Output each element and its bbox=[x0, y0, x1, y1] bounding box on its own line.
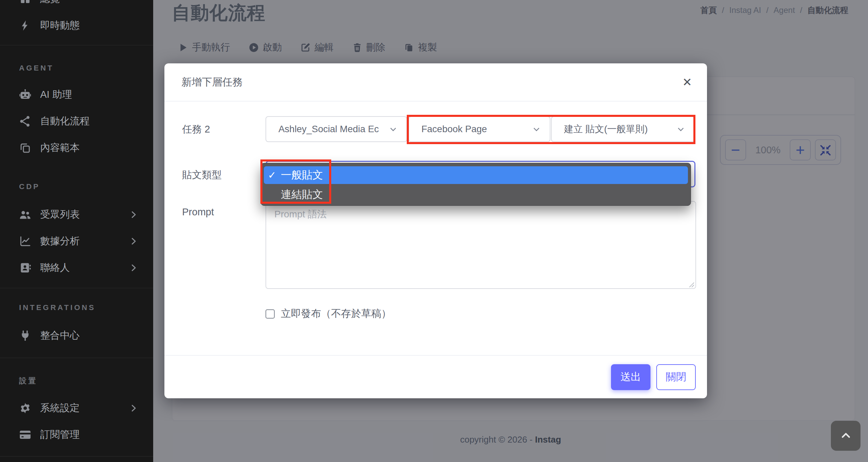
chart-line-icon bbox=[19, 235, 31, 247]
sidebar-item-ai-assistant[interactable]: AI 助理 bbox=[0, 81, 153, 108]
assistant-select[interactable]: Ashley_Social Media Ec bbox=[266, 116, 407, 142]
modal-header: 新增下層任務 ✕ bbox=[164, 63, 707, 102]
post-type-dropdown-menu: ✓ 一般貼文 連結貼文 bbox=[261, 163, 691, 206]
check-icon: ✓ bbox=[268, 169, 281, 181]
option-label: 連結貼文 bbox=[281, 187, 323, 202]
chevron-up-icon bbox=[840, 430, 852, 442]
close-button[interactable]: 關閉 bbox=[656, 364, 696, 390]
sidebar-item-system-settings[interactable]: 系統設定 bbox=[0, 395, 153, 421]
option-label: 一般貼文 bbox=[281, 168, 323, 182]
publish-checkbox[interactable] bbox=[266, 309, 275, 319]
sidebar-item-analytics[interactable]: 數據分析 bbox=[0, 228, 153, 255]
sidebar-item-label: AI 助理 bbox=[40, 88, 72, 102]
gear-icon bbox=[19, 402, 31, 414]
sidebar-item-automation[interactable]: 自動化流程 bbox=[0, 108, 153, 135]
add-subtask-modal: 新增下層任務 ✕ 任務 2 Ashley_Social Media Ec Fac… bbox=[164, 63, 707, 398]
dropdown-option-general-post[interactable]: ✓ 一般貼文 bbox=[264, 166, 688, 184]
sidebar-section-cdp: CDP bbox=[0, 161, 153, 192]
modal-body: 任務 2 Ashley_Social Media Ec Facebook Pag… bbox=[164, 102, 707, 321]
action-select-value: 建立 貼文(一般單則) bbox=[564, 123, 648, 135]
close-icon[interactable]: ✕ bbox=[682, 76, 692, 88]
address-book-icon bbox=[19, 262, 31, 274]
modal-title: 新增下層任務 bbox=[181, 75, 243, 89]
sidebar-item-label: 自動化流程 bbox=[40, 114, 90, 128]
share-nodes-icon bbox=[19, 115, 31, 127]
sidebar-item-label: 訂閱管理 bbox=[40, 428, 80, 442]
chevron-down-icon bbox=[531, 124, 542, 134]
sidebar-section-agent: AGENT bbox=[0, 51, 153, 74]
sidebar-item-label: 內容範本 bbox=[40, 141, 80, 155]
plug-icon bbox=[19, 329, 31, 342]
scroll-to-top-button[interactable] bbox=[831, 421, 861, 451]
submit-button[interactable]: 送出 bbox=[611, 364, 650, 390]
sidebar-divider bbox=[0, 358, 153, 358]
sidebar-item-content-templates[interactable]: 內容範本 bbox=[0, 135, 153, 161]
dropdown-option-link-post[interactable]: 連結貼文 bbox=[264, 186, 688, 203]
columns-icon bbox=[19, 0, 31, 5]
chevron-right-icon bbox=[129, 263, 138, 273]
sidebar-item-label: 受眾列表 bbox=[40, 208, 80, 221]
publish-checkbox-label: 立即發布（不存於草稿） bbox=[281, 307, 391, 321]
task-row: 任務 2 Ashley_Social Media Ec Facebook Pag… bbox=[182, 116, 695, 142]
sidebar-divider bbox=[0, 288, 153, 288]
sidebar-section-settings: 設置 bbox=[0, 364, 153, 387]
chevron-right-icon bbox=[129, 236, 138, 246]
resize-handle-icon[interactable] bbox=[688, 281, 694, 288]
modal-footer: 送出 關閉 bbox=[164, 355, 707, 398]
post-type-row: 貼文類型 ✓ 一般貼文 連結貼文 bbox=[182, 161, 695, 187]
chevron-right-icon bbox=[129, 210, 138, 219]
copy-icon bbox=[19, 142, 31, 154]
sidebar-item-label: 系統設定 bbox=[40, 401, 80, 415]
credit-card-icon bbox=[19, 429, 31, 441]
prompt-field bbox=[266, 201, 696, 290]
task-label: 任務 2 bbox=[182, 116, 266, 142]
sidebar-item-overview[interactable]: 總覽 bbox=[0, 0, 153, 12]
sidebar: 總覽 即時動態 AGENT AI 助理 自動化流程 內容範本 CDP 受眾列表 bbox=[0, 0, 153, 462]
sidebar-item-label: 數據分析 bbox=[40, 234, 80, 248]
chevron-right-icon bbox=[129, 403, 138, 413]
prompt-textarea[interactable] bbox=[266, 201, 696, 289]
prompt-row: Prompt bbox=[182, 201, 695, 290]
sidebar-item-label: 聯絡人 bbox=[40, 261, 70, 275]
sidebar-item-contacts[interactable]: 聯絡人 bbox=[0, 255, 153, 281]
robot-icon bbox=[19, 89, 31, 101]
assistant-select-value: Ashley_Social Media Ec bbox=[278, 124, 379, 135]
publish-now-row: 立即發布（不存於草稿） bbox=[266, 307, 695, 321]
sidebar-item-audience-list[interactable]: 受眾列表 bbox=[0, 201, 153, 228]
prompt-label: Prompt bbox=[182, 201, 266, 290]
post-type-field: ✓ 一般貼文 連結貼文 bbox=[266, 161, 695, 187]
sidebar-item-label: 即時動態 bbox=[40, 19, 80, 32]
sidebar-item-integration-hub[interactable]: 整合中心 bbox=[0, 322, 153, 349]
sidebar-divider bbox=[0, 45, 153, 45]
sidebar-item-label: 總覽 bbox=[40, 0, 60, 6]
bolt-icon bbox=[19, 19, 31, 32]
sidebar-divider bbox=[0, 456, 153, 457]
post-type-label: 貼文類型 bbox=[182, 161, 266, 187]
sidebar-item-label: 整合中心 bbox=[40, 329, 80, 342]
sidebar-item-realtime[interactable]: 即時動態 bbox=[0, 12, 153, 39]
chevron-down-icon bbox=[676, 124, 686, 134]
sidebar-item-subscription[interactable]: 訂閱管理 bbox=[0, 421, 153, 448]
action-select[interactable]: 建立 貼文(一般單則) bbox=[551, 116, 695, 142]
sidebar-section-integrations: INTEGRATIONS bbox=[0, 294, 153, 313]
task-selects: Ashley_Social Media Ec Facebook Page 建立 … bbox=[266, 116, 695, 142]
chevron-down-icon bbox=[388, 124, 398, 134]
channel-select[interactable]: Facebook Page bbox=[408, 116, 550, 142]
channel-select-value: Facebook Page bbox=[421, 124, 487, 135]
users-icon bbox=[19, 209, 31, 221]
